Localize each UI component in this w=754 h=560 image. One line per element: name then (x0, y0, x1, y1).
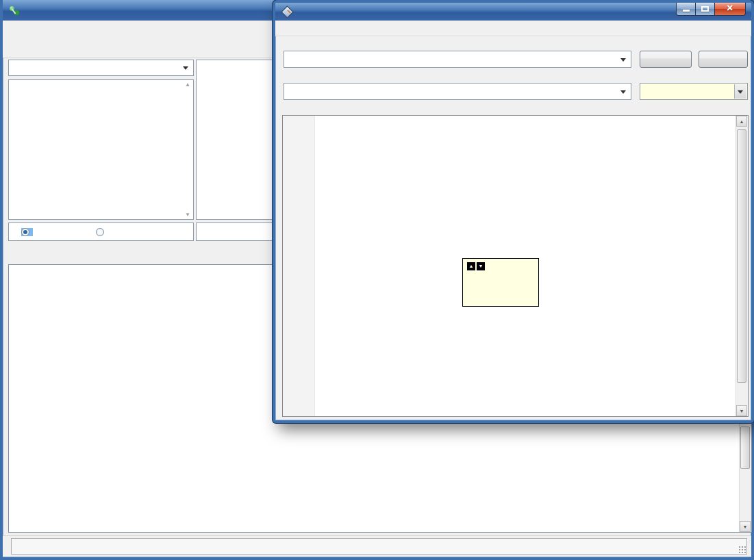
maximize-button[interactable] (696, 3, 714, 16)
save-as-button[interactable] (640, 51, 692, 68)
theme-menu-bar (275, 21, 751, 36)
line-number-gutter (283, 116, 315, 416)
calltip-prev-icon[interactable]: ▲ (467, 262, 475, 270)
window-caption-buttons (676, 3, 746, 16)
minimize-button[interactable] (676, 3, 696, 16)
calltip-next-icon[interactable]: ▼ (477, 262, 485, 270)
sample-editor[interactable]: ▲ ▼ ▲ ▼ (282, 115, 749, 417)
scroll-up-icon[interactable]: ▲ (185, 81, 190, 88)
radio-dot-icon (96, 228, 104, 236)
scroll-down-icon[interactable]: ▼ (736, 405, 747, 416)
private-radio[interactable] (96, 228, 108, 236)
style-combobox[interactable] (640, 83, 748, 100)
radio-dot-icon (21, 228, 29, 236)
public-radio[interactable] (21, 228, 33, 236)
editor-theme-icon (281, 6, 292, 17)
sample-scrollbar[interactable]: ▲ ▼ (736, 116, 748, 416)
calltip-separator (467, 272, 534, 281)
scroll-up-icon[interactable]: ▲ (736, 116, 747, 127)
hierarchy-browser-icon (9, 5, 20, 16)
scroll-down-icon[interactable]: ▼ (185, 212, 190, 218)
close-button[interactable] (714, 3, 746, 16)
tree-scrollbar[interactable]: ▲▼ (184, 81, 192, 218)
reset-button[interactable] (699, 51, 748, 68)
item-combobox[interactable] (284, 83, 631, 100)
chevron-down-icon[interactable] (734, 84, 746, 99)
browser-status-bar (3, 535, 751, 557)
class-search-combobox[interactable] (8, 60, 194, 76)
theme-combobox[interactable] (284, 51, 631, 68)
scrollbar-thumb[interactable] (740, 427, 750, 469)
status-message-field (11, 538, 747, 555)
calltip-highlighted-item[interactable] (467, 292, 534, 303)
calltip-item[interactable] (467, 281, 534, 292)
scroll-down-icon[interactable]: ▼ (740, 521, 751, 532)
class-hierarchy-tree[interactable]: ▲▼ (8, 79, 194, 220)
visibility-panel (8, 222, 194, 241)
calltip-popup: ▲ ▼ (462, 258, 539, 307)
scrollbar-thumb[interactable] (737, 129, 746, 383)
editor-theme-window: ▲ ▼ ▲ ▼ (273, 0, 754, 423)
